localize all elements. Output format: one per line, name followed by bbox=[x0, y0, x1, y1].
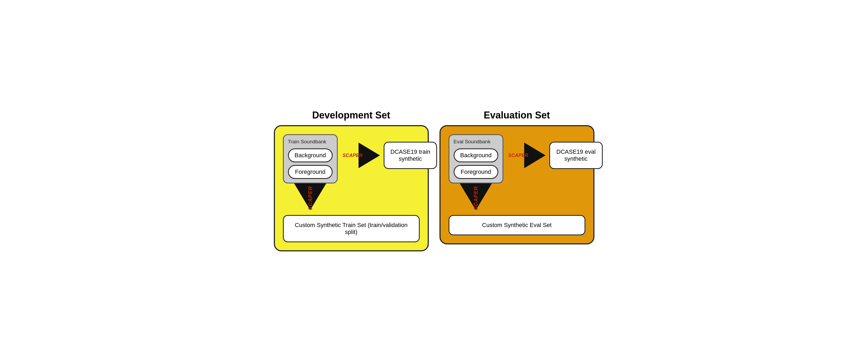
eval-foreground-pill: Foreground bbox=[454, 165, 498, 179]
eval-background-pill: Background bbox=[454, 148, 498, 162]
dev-output-right: DCASE19 train synthetic bbox=[384, 142, 437, 169]
eval-scaper-down-label: SCAPER bbox=[473, 186, 479, 210]
eval-output-right: DCASE19 eval synthetic bbox=[549, 142, 603, 169]
eval-scaper-right-label: SCAPER bbox=[508, 153, 528, 158]
dev-scaper-right-label: SCAPER bbox=[342, 153, 363, 158]
eval-soundbank-box: Eval Soundbank Background Foreground bbox=[448, 134, 503, 184]
dev-scaper-down-label: SCAPER bbox=[307, 186, 313, 210]
eval-set-panel: Evaluation Set Eval Soundbank Background… bbox=[439, 110, 594, 244]
dev-panel-box: Train Soundbank Background Foreground SC… bbox=[274, 125, 429, 251]
main-container: Development Set Train Soundbank Backgrou… bbox=[274, 110, 594, 251]
dev-title: Development Set bbox=[312, 110, 390, 121]
eval-bottom-section: Custom Synthetic Eval Set bbox=[448, 215, 585, 235]
eval-soundbank-label: Eval Soundbank bbox=[454, 139, 498, 145]
eval-panel-box: Eval Soundbank Background Foreground SCA… bbox=[439, 125, 594, 244]
dev-set-panel: Development Set Train Soundbank Backgrou… bbox=[274, 110, 429, 251]
dev-soundbank-box: Train Soundbank Background Foreground bbox=[283, 134, 338, 184]
dev-background-pill: Background bbox=[288, 148, 333, 162]
dev-output-bottom: Custom Synthetic Train Set (train/valida… bbox=[283, 215, 420, 242]
dev-bottom-section: Custom Synthetic Train Set (train/valida… bbox=[283, 215, 420, 242]
dev-foreground-pill: Foreground bbox=[288, 165, 333, 179]
eval-title: Evaluation Set bbox=[484, 110, 550, 121]
eval-output-bottom: Custom Synthetic Eval Set bbox=[448, 215, 585, 235]
dev-soundbank-label: Train Soundbank bbox=[288, 139, 333, 145]
